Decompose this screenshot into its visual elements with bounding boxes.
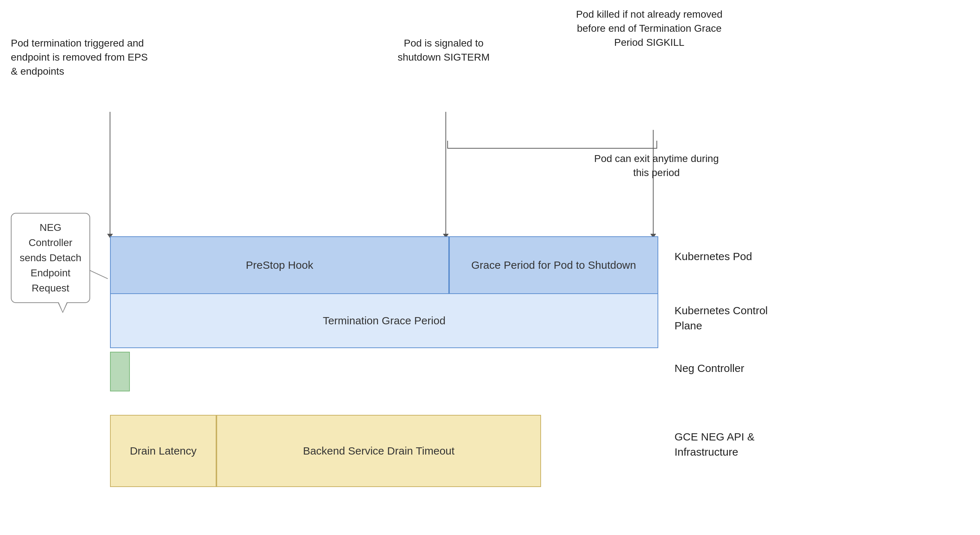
kubernetes-pod-label: Kubernetes Pod [675,249,783,264]
drain-latency-bar: Drain Latency [110,415,216,487]
bracket-top-left [447,148,657,149]
pod-killed-annotation: Pod killed if not already removed before… [570,7,729,50]
drain-timeout-bar: Backend Service Drain Timeout [216,415,541,487]
gce-neg-api-label: GCE NEG API & Infrastructure [675,429,797,460]
pod-termination-annotation: Pod termination triggered and endpoint i… [11,36,148,79]
pod-signaled-annotation: Pod is signaled to shutdown SIGTERM [386,36,501,64]
callout-line-1 [89,270,108,279]
kubernetes-control-plane-label: Kubernetes Control Plane [675,303,797,333]
pod-can-exit-annotation: Pod can exit anytime during this period [588,151,725,180]
termination-grace-period-bar: Termination Grace Period [110,294,658,348]
bracket-tick-right [657,141,657,149]
neg-controller-bar [110,352,130,392]
diagram-container: Pod termination triggered and endpoint i… [0,0,980,535]
grace-period-pod-bar: Grace Period for Pod to Shutdown [449,236,658,294]
pod-termination-arrow [110,112,110,234]
neg-controller-label: Neg Controller [675,361,783,376]
neg-callout-box: NEG Controller sends Detach Endpoint Req… [11,213,90,303]
pod-can-exit-arrow [653,217,654,238]
pod-signaled-arrow [445,112,446,234]
bracket-tick-left [447,141,448,149]
prestop-hook-bar: PreStop Hook [110,236,449,294]
